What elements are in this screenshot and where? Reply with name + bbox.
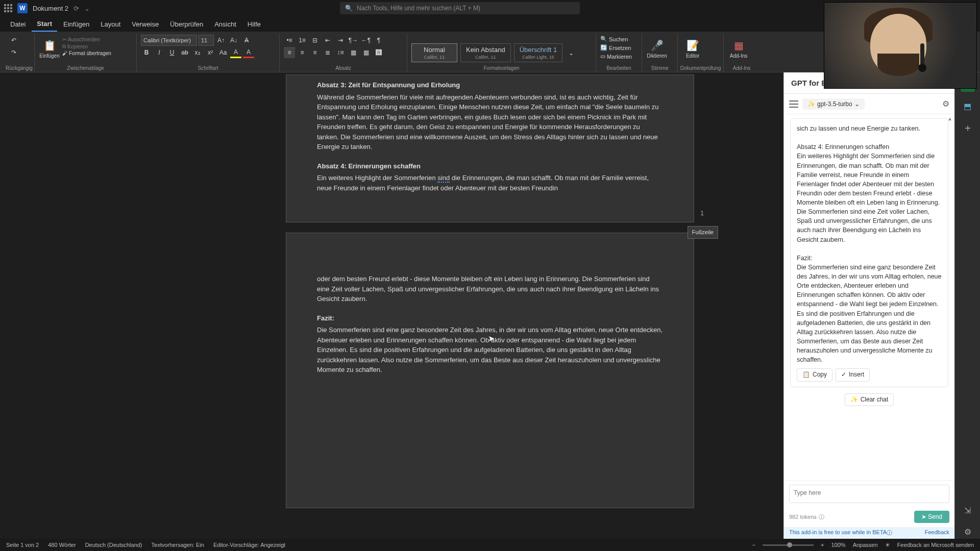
save-status-icon[interactable]: ⟳ [74,5,79,12]
paragraph-3: Während die Sommerferien für viele mit a… [317,92,663,152]
chat-input[interactable] [789,485,949,503]
multilevel-button[interactable]: ⊟ [309,35,321,46]
styles-more-icon[interactable]: ⌄ [566,47,577,59]
style-heading1[interactable]: Überschrift 1Calibri Light, 16 [514,43,563,62]
tab-einfuegen[interactable]: Einfügen [58,17,94,31]
add-addin-icon[interactable]: ＋ [961,120,975,135]
gpt-panel: GPT for Excel Word ✕ ✨ gpt-3.5-turbo ⌄ ⚙… [783,72,954,539]
numbering-button[interactable]: 1≡ [297,35,308,46]
zoom-in-icon[interactable]: + [821,542,824,548]
right-icon-strip: ▦ ⬒ ＋ ⇲ ⚙ [954,72,980,539]
show-marks-button[interactable]: ¶ [373,35,384,46]
font-size-select[interactable] [199,35,214,46]
addins-button[interactable]: ▦Add-Ins [728,35,749,63]
strikethrough-button[interactable]: ab [179,47,190,58]
cut-button[interactable]: ✂ Ausschneiden [62,37,111,42]
rtl-button[interactable]: ←¶ [360,35,372,46]
underline-button[interactable]: U [166,47,178,58]
gear-icon[interactable]: ⚙ [942,99,949,109]
addin-icon-2[interactable]: ⬒ [961,99,975,113]
status-language[interactable]: Deutsch (Deutschland) [85,542,142,548]
status-bar: Seite 1 von 2 480 Wörter Deutsch (Deutsc… [0,539,980,551]
sort-button[interactable]: 🅰 [373,47,384,58]
feedback-status[interactable]: Feedback an Microsoft senden [897,542,974,548]
line-spacing-button[interactable]: ↕≡ [335,47,346,58]
font-color-button[interactable]: A [243,47,254,58]
chat-body[interactable]: ▲ sich zu lassen und neue Energie zu tan… [784,114,954,480]
bullets-button[interactable]: •≡ [284,35,295,46]
bold-button[interactable]: B [141,47,152,58]
app-launcher-icon[interactable] [4,4,12,12]
find-button[interactable]: 🔍 Suchen [600,36,628,42]
align-center-button[interactable]: ≡ [297,47,308,58]
collapse-icon[interactable]: ⇲ [961,503,975,517]
search-placeholder: Nach Tools, Hilfe und mehr suchen (ALT +… [357,5,480,12]
change-case-button[interactable]: Aa [217,47,229,58]
tab-hilfe[interactable]: Hilfe [242,17,266,31]
fit-button[interactable]: Anpassen [853,542,878,548]
italic-button[interactable]: I [154,47,165,58]
send-button[interactable]: ➤ Send [914,511,949,523]
align-left-button[interactable]: ≡ [284,47,295,58]
font-family-select[interactable] [141,35,197,46]
chat-message: sich zu lassen und neue Energie zu tanke… [790,118,948,387]
tab-start[interactable]: Start [32,17,57,32]
superscript-button[interactable]: x² [205,47,216,58]
search-input[interactable]: 🔍 Nach Tools, Hilfe und mehr suchen (ALT… [340,2,580,14]
shading-button[interactable]: ▦ [348,47,359,58]
tab-ueberpruefen[interactable]: Überprüfen [165,17,208,31]
zoom-value[interactable]: 100% [831,542,846,548]
replace-button[interactable]: 🔄 Ersetzen [600,44,631,51]
borders-button[interactable]: ▦ [360,47,372,58]
dictate-button[interactable]: 🎤Diktieren [646,35,668,63]
footer-tag[interactable]: Fußzeile [688,226,718,239]
menu-icon[interactable] [789,101,798,108]
format-painter-button[interactable]: 🖌 Format übertragen [62,51,111,56]
paste-button[interactable]: 📋Einfügen [39,35,60,63]
copy-button[interactable]: ⧉ Kopieren [62,43,111,49]
insert-button[interactable]: ✓ Insert [836,368,870,381]
addins-label: Add-Ins [724,65,760,71]
tab-datei[interactable]: Datei [5,17,31,31]
settings-strip-icon[interactable]: ⚙ [961,524,975,539]
zoom-out-icon[interactable]: − [752,542,755,548]
highlight-button[interactable]: A [230,47,241,58]
clear-formatting-icon[interactable]: A̶ [241,35,252,46]
beta-info-icon[interactable]: ⓘ [887,529,892,537]
scroll-up-icon[interactable]: ▲ [947,115,952,123]
copy-button[interactable]: 📋 Copy [797,368,832,381]
align-right-button[interactable]: ≡ [309,47,321,58]
document-name[interactable]: Dokument 2 [33,5,68,12]
ltr-button[interactable]: ¶→ [348,35,359,46]
page-1[interactable]: Absatz 3: Zeit für Entspannung und Erhol… [286,74,694,222]
tab-ansicht[interactable]: Ansicht [209,17,241,31]
info-icon[interactable]: ⓘ [819,513,824,521]
status-predictions[interactable]: Textvorhersagen: Ein [152,542,204,548]
feedback-link[interactable]: Feedback [925,529,949,537]
tab-layout[interactable]: Layout [95,17,126,31]
shrink-font-icon[interactable]: A↓ [228,35,239,46]
justify-button[interactable]: ≣ [322,47,333,58]
increase-indent-button[interactable]: ⇥ [335,35,346,46]
style-no-spacing[interactable]: Kein AbstandCalibri, 11 [460,43,511,62]
redo-button[interactable]: ↷ [8,47,19,58]
undo-label: Rückgängig [4,65,34,71]
select-button[interactable]: ▭ Markieren [600,53,632,60]
decrease-indent-button[interactable]: ⇤ [322,35,333,46]
chevron-down-icon[interactable]: ⌄ [84,5,90,12]
status-words[interactable]: 480 Wörter [48,542,76,548]
clear-chat-button[interactable]: ✨ Clear chat [845,393,894,406]
zoom-slider[interactable] [763,544,814,546]
status-editor[interactable]: Editor-Vorschläge: Angezeigt [213,542,285,548]
editor-button[interactable]: 📝Editor [682,35,703,63]
tab-verweise[interactable]: Verweise [127,17,164,31]
style-normal[interactable]: NormalCalibri, 11 [411,43,457,62]
grow-font-icon[interactable]: A↑ [215,35,227,46]
grammar-flag[interactable]: sind [437,174,450,183]
page-2[interactable]: Fußzeile oder dem besten Freund erlebt -… [286,233,694,508]
brightness-icon[interactable]: ☀ [885,542,890,548]
model-select[interactable]: ✨ gpt-3.5-turbo ⌄ [802,98,865,110]
undo-button[interactable]: ↶ [8,35,19,46]
subscript-button[interactable]: x₂ [192,47,203,58]
status-page[interactable]: Seite 1 von 2 [6,542,39,548]
